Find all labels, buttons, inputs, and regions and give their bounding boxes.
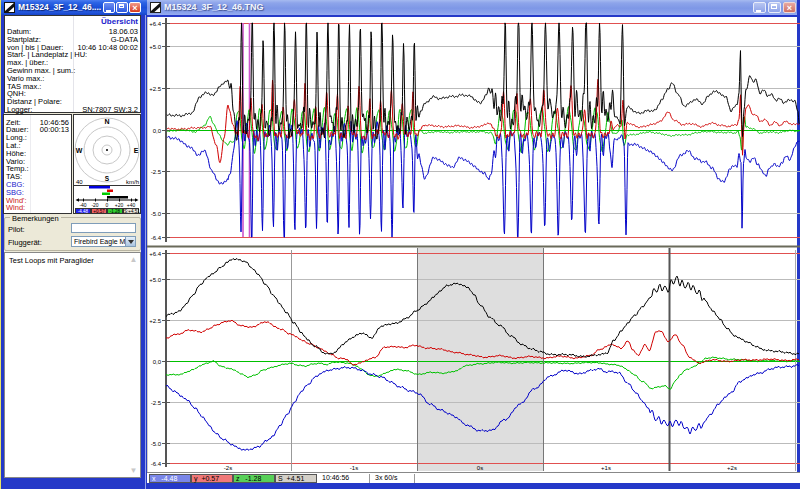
svg-text:40: 40 xyxy=(76,179,83,185)
svg-text:km/h: km/h xyxy=(126,179,139,185)
svg-text:-6.4: -6.4 xyxy=(151,235,162,241)
svg-text:-6.4: -6.4 xyxy=(151,461,162,467)
svg-text:+2.5: +2.5 xyxy=(149,318,162,324)
svg-text:E: E xyxy=(134,147,139,154)
svg-text:+5.0: +5.0 xyxy=(149,277,162,283)
svg-text:-1s: -1s xyxy=(350,465,358,471)
svg-text:-2.5: -2.5 xyxy=(151,400,162,406)
svg-text:S: S xyxy=(105,175,110,182)
svg-text:+2.5: +2.5 xyxy=(149,86,162,92)
svg-text:+6.4: +6.4 xyxy=(149,251,162,257)
svg-text:-5.0: -5.0 xyxy=(151,211,162,217)
svg-text:N: N xyxy=(104,118,109,125)
svg-text:+1s: +1s xyxy=(601,465,611,471)
svg-text:0,0: 0,0 xyxy=(153,128,162,134)
svg-text:-5.0: -5.0 xyxy=(151,441,162,447)
svg-text:W: W xyxy=(76,147,83,154)
svg-text:+2s: +2s xyxy=(727,465,737,471)
svg-text:+5.0: +5.0 xyxy=(149,44,162,50)
svg-text:-2s: -2s xyxy=(224,465,232,471)
svg-text:0,0: 0,0 xyxy=(153,359,162,365)
svg-text:+6.4: +6.4 xyxy=(149,21,162,27)
svg-text:0s: 0s xyxy=(477,465,483,471)
svg-text:-2.5: -2.5 xyxy=(151,169,162,175)
